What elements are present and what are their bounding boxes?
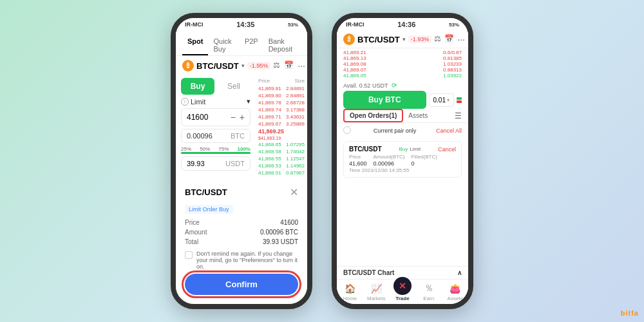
ob-row-buy-2: 41,868.581.74042 [258,148,305,155]
more-icon[interactable]: ··· [298,61,305,71]
minus-icon[interactable]: − [231,112,236,122]
qty-field[interactable]: 0.01 ▾ [429,93,454,107]
progress-fill [181,152,251,154]
assets-tab[interactable]: Assets [403,109,433,122]
price-input[interactable]: 41600 − + [181,108,251,126]
color-squares [457,97,462,103]
right-pair-name[interactable]: BTC/USDT [357,35,400,44]
order-limit-tag: Limit [410,146,421,152]
left-pair-change: -1.95% [247,62,271,70]
nav-trade[interactable]: ✕ Trade [390,282,416,301]
nav-assets[interactable]: 👛 Assets [442,282,468,301]
ob-row-buy-1: 41,868.651.07295 [258,141,305,148]
tab-bank-deposit[interactable]: Bank Deposit [263,35,301,55]
order-card: BTC/USDT Buy Limit Cancel Price 41,600 A… [343,141,462,178]
limit-chevron-icon[interactable]: ▾ [247,97,251,106]
right-ob-row-3: 41,869.081.03233 [343,61,462,67]
bitfa-logo: bitfa [621,309,639,317]
red-square [457,100,462,103]
ob-current-usd: $41,883.19 [258,135,305,141]
right-ob-row-4: 41,869.070.88313 [343,67,462,73]
left-pair-row: ₿ BTC/USDT ▾ -1.95% ⚖ 📅 ··· [176,56,307,75]
left-time: 14:35 [236,21,254,28]
pair-only-row: Current pair only Cancel All [337,123,468,138]
right-calendar-icon[interactable]: 📅 [444,34,454,44]
current-pair-radio[interactable] [343,126,351,134]
left-tab-bar: Spot Quick Buy P2P Bank Deposit [176,31,307,56]
right-ob-row-5: 41,869.051.03922 [343,73,462,79]
calendar-icon[interactable]: 📅 [284,61,294,71]
right-header-icons: ⚖ 📅 ··· [434,34,465,44]
right-more-icon[interactable]: ··· [457,34,465,44]
left-phone: IR-MCI 14:35 53% Spot Quick Buy P2P Bank… [171,13,312,309]
right-battery: 53% [449,22,459,28]
right-time: 14:36 [397,21,415,28]
buy-btc-button[interactable]: Buy BTC [343,91,426,109]
modal-price-row: Price 41600 [185,218,298,227]
qty-chevron-icon: ▾ [447,97,450,103]
open-orders-tab[interactable]: Open Orders(1) [343,109,403,122]
ob-row-sell-5: 41,869.713.43631 [258,113,305,120]
ob-row-buy-3: 41,868.551.12547 [258,155,305,162]
right-btc-icon: ₿ [343,33,355,45]
pct-100[interactable]: 100% [238,146,251,152]
right-pair-change: -1.93% [408,35,432,43]
pct-25[interactable]: 25% [181,146,191,152]
limit-row: i Limit ▾ [181,97,251,106]
ob-row-buy-4: 41,868.531.14962 [258,162,305,169]
candlestick-icon[interactable]: ⚖ [273,61,280,71]
pct-75[interactable]: 75% [218,146,229,152]
right-header: ₿ BTC/USDT ▾ -1.93% ⚖ 📅 ··· [337,31,468,48]
filled-column: Filled(BTC) 0 [411,154,437,167]
info-icon: i [181,98,189,106]
buy-button[interactable]: Buy [181,78,214,95]
right-status-bar: IR-MCI 14:36 53% [337,18,468,31]
order-pair-name: BTC/USDT [349,146,382,153]
cancel-all-button[interactable]: Cancel All [436,128,462,134]
order-buy-tag: Buy [399,146,408,152]
list-icon[interactable]: ☰ [455,111,462,120]
nav-earn[interactable]: ％ Earn [415,282,442,301]
avail-row: Avail. 0.52 USDT ⟳ [337,80,468,91]
modal-checkbox[interactable] [185,251,193,259]
right-chevron-icon: ▾ [402,36,406,43]
amount-input[interactable]: 0.00096 BTC [181,129,251,143]
modal-checkbox-row: Don't remind me again. If you change you… [185,251,298,270]
nav-markets[interactable]: 📈 Markets [363,282,390,301]
ob-row-sell-4: 41,869.743.17388 [258,106,305,113]
right-carrier: IR-MCI [346,21,365,28]
confirm-button[interactable]: Confirm [185,274,298,295]
order-card-header: BTC/USDT Buy Limit Cancel [349,146,456,153]
modal-amount-row: Amount 0.00096 BTC [185,227,298,237]
order-columns: Price 41,600 Amount(BTC) 0.00096 Filled(… [349,154,456,167]
chart-chevron-icon[interactable]: ∧ [457,269,462,276]
buy-qty-row: Buy BTC 0.01 ▾ [337,91,468,109]
green-square [457,97,462,100]
sell-button[interactable]: Sell [217,78,251,95]
refresh-icon[interactable]: ⟳ [392,82,397,89]
ob-row-sell-1: 41,869.812.84891 [258,85,305,92]
ob-row-sell-2: 41,869.802.84891 [258,92,305,99]
order-cancel-button[interactable]: Cancel [438,146,456,153]
btc-icon: ₿ [182,60,194,71]
tab-quick-buy[interactable]: Quick Buy [208,35,239,55]
order-time: Time 2023/12/30 14:35:55 [349,167,456,173]
modal-limit-tag: Limit Order Buy [185,205,233,214]
plus-icon[interactable]: + [240,112,245,122]
pct-50[interactable]: 50% [200,146,210,152]
left-pair-name[interactable]: BTC/USDT [196,61,239,71]
modal-close-icon[interactable]: ✕ [290,186,298,198]
price-controls: − + [231,112,245,122]
limit-label: i Limit [181,98,205,106]
ob-header: Price Size [258,77,305,85]
nav-home[interactable]: 🏠 Home [337,282,363,301]
tab-spot[interactable]: Spot [182,35,208,55]
tab-p2p[interactable]: P2P [240,35,263,55]
right-settings-icon[interactable]: ⚖ [434,34,441,44]
ob-row-sell-3: 41,869.782.66728 [258,99,305,106]
ob-price-header: Price [258,78,270,84]
right-phone-body: ₿ BTC/USDT ▾ -1.93% ⚖ 📅 ··· 41,869.210.6… [337,31,468,304]
modal-header: BTC/USDT ✕ [185,186,298,198]
buy-sell-row: Buy Sell [181,78,251,95]
open-orders-tab-row: Open Orders(1) Assets ☰ [337,109,468,123]
